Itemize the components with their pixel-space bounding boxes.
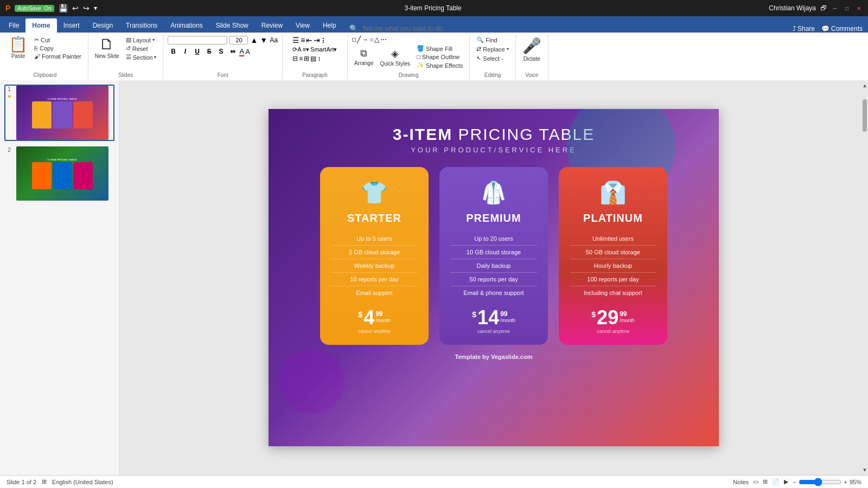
tab-review[interactable]: Review [255, 18, 289, 33]
font-size-up-icon[interactable]: ▲ [250, 36, 258, 44]
slide-sorter-icon[interactable]: ⊞ [763, 478, 768, 485]
highlight-color-button[interactable]: A [245, 48, 250, 56]
scroll-thumb[interactable] [863, 99, 867, 132]
format-painter-button[interactable]: 🖌 Format Painter [32, 53, 84, 60]
restore-icon[interactable]: 🗗 [820, 4, 827, 12]
tab-transitions[interactable]: Transitions [119, 18, 164, 33]
slide-canvas[interactable]: 3-ITEM PRICING TABLE YOUR PRODUCT/SERVIC… [269, 109, 719, 446]
numbered-list-icon[interactable]: ≡ [301, 36, 305, 44]
tab-animations[interactable]: Animations [164, 18, 209, 33]
search-input[interactable] [362, 25, 525, 33]
premium-feature-1: Up to 20 users [450, 232, 537, 246]
undo-icon[interactable]: ↩ [72, 4, 79, 12]
replace-button[interactable]: ⇄ Replace ▾ [474, 45, 510, 53]
section-button[interactable]: ☰ Section ▾ [124, 53, 159, 61]
convert-smartart-icon[interactable]: SmartArt▾ [310, 46, 337, 53]
slide-thumb-1[interactable]: 1 ★ 3-ITEM PRICING TABLE [4, 85, 114, 141]
mini-card2-platinum [73, 162, 93, 189]
tab-view[interactable]: View [289, 18, 316, 33]
font-name-input[interactable] [168, 36, 227, 44]
zoom-slider[interactable] [799, 478, 842, 486]
zoom-out-button[interactable]: − [793, 479, 796, 485]
voice-content: 🎤 Dictate [520, 35, 544, 71]
starter-price: $ 4 99 /month [358, 308, 390, 328]
tab-file[interactable]: File [2, 18, 25, 33]
tab-design[interactable]: Design [86, 18, 119, 33]
tab-home[interactable]: Home [25, 18, 56, 33]
title-bar-left: P AutoSave On 💾 ↩ ↪ ▾ [5, 4, 97, 12]
font-content: ▲ ▼ Aa B I U S S ⇔ A A [168, 35, 277, 71]
font-size-down-icon[interactable]: ▼ [260, 36, 267, 44]
premium-cancel: cancel anytime [477, 329, 510, 334]
align-center-icon[interactable]: ≡ [299, 55, 303, 62]
shape-fill-button[interactable]: 🪣 Shape Fill [414, 44, 465, 53]
comments-button[interactable]: 💬 Comments [821, 25, 863, 33]
shape-arrow-icon[interactable]: → [362, 36, 368, 43]
dictate-button[interactable]: 🎤 Dictate [520, 36, 544, 63]
scroll-down-arrow[interactable]: ▼ [862, 467, 867, 473]
char-spacing-button[interactable]: ⇔ [227, 46, 238, 57]
shape-line-icon[interactable]: ╱ [357, 36, 361, 43]
presenter-view-icon[interactable]: ▶ [784, 478, 788, 485]
maximize-icon[interactable]: □ [843, 4, 851, 12]
clear-format-icon[interactable]: Aa [270, 36, 278, 44]
shape-effects-button[interactable]: ✨ Shape Effects [414, 61, 465, 69]
zoom-in-button[interactable]: + [844, 479, 847, 485]
save-icon[interactable]: 💾 [59, 4, 68, 12]
close-icon[interactable]: ✕ [855, 4, 863, 12]
tab-slideshow[interactable]: Slide Show [209, 18, 255, 33]
new-slide-button[interactable]: 🗋 New Slide [93, 36, 122, 60]
align-text-icon[interactable]: ≡▾ [303, 46, 309, 53]
reading-view-icon[interactable]: 📄 [772, 478, 780, 485]
font-color-button[interactable]: A [239, 47, 244, 56]
normal-view-icon[interactable]: ▭ [753, 478, 758, 485]
section-icon: ☰ [126, 54, 131, 61]
copy-button[interactable]: ⎘ Copy [32, 44, 84, 52]
line-spacing-icon[interactable]: ↕ [317, 55, 321, 62]
find-button[interactable]: 🔍 Find [474, 36, 499, 44]
justify-icon[interactable]: ▤ [310, 55, 316, 62]
shape-triangle-icon[interactable]: △ [374, 36, 379, 43]
increase-indent-icon[interactable]: ⇥ [314, 36, 320, 44]
slide-thumb-2[interactable]: 2 3-ITEM PRICING TABLE [4, 145, 114, 202]
cut-button[interactable]: ✂ Cut [32, 36, 84, 44]
reset-button[interactable]: ↺ Reset [124, 44, 159, 53]
format-row: B I U S S ⇔ A A [168, 46, 250, 57]
shape-outline-button[interactable]: □ Shape Outline [414, 53, 465, 61]
italic-button[interactable]: I [180, 46, 190, 57]
columns-icon[interactable]: ⫶ [321, 36, 325, 44]
quick-styles-button[interactable]: ◈ Quick Styles [378, 47, 412, 68]
share-button[interactable]: ⤴ Share [793, 25, 815, 33]
text-direction-icon[interactable]: ⟳A [292, 46, 301, 53]
strikethrough-button[interactable]: S [203, 46, 214, 57]
bold-button[interactable]: B [168, 46, 178, 57]
layout-button[interactable]: ▤ Layout ▾ [124, 36, 159, 44]
notes-button[interactable]: Notes [733, 479, 749, 485]
tab-insert[interactable]: Insert [57, 18, 86, 33]
shape-rect-icon[interactable]: □ [352, 36, 356, 43]
bullet-list-icon[interactable]: ☰ [292, 36, 299, 44]
shapes-more-icon[interactable]: ⋯ [380, 36, 387, 43]
shape-oval-icon[interactable]: ○ [369, 36, 373, 43]
paste-button[interactable]: 📋 Paste [7, 36, 30, 60]
autosave-badge[interactable]: AutoSave On [15, 5, 54, 12]
redo-icon[interactable]: ↪ [83, 4, 90, 12]
align-left-icon[interactable]: ⊟ [292, 55, 298, 62]
font-size-input[interactable] [229, 36, 248, 44]
premium-amount: 14 [477, 308, 499, 328]
title-bar: P AutoSave On 💾 ↩ ↪ ▾ 3-item Pricing Tab… [0, 0, 868, 16]
status-left: Slide 1 of 2 ⊞ English (United States) [7, 478, 113, 485]
decrease-indent-icon[interactable]: ⇤ [306, 36, 312, 44]
select-button[interactable]: ↖ Select - [474, 54, 505, 62]
premium-feature-4: 50 reports per day [450, 273, 537, 286]
platinum-feature-3: Hourly backup [570, 259, 656, 273]
underline-button[interactable]: U [192, 46, 202, 57]
scroll-up-arrow[interactable]: ▲ [862, 82, 867, 88]
paragraph-label: Paragraph [302, 71, 328, 78]
shadow-button[interactable]: S [215, 46, 226, 57]
select-icon: ↖ [476, 55, 481, 62]
align-right-icon[interactable]: ⊞ [304, 55, 309, 62]
tab-help[interactable]: Help [316, 18, 343, 33]
arrange-button[interactable]: ⧉ Arrange [352, 47, 376, 67]
minimize-icon[interactable]: ─ [831, 4, 839, 12]
